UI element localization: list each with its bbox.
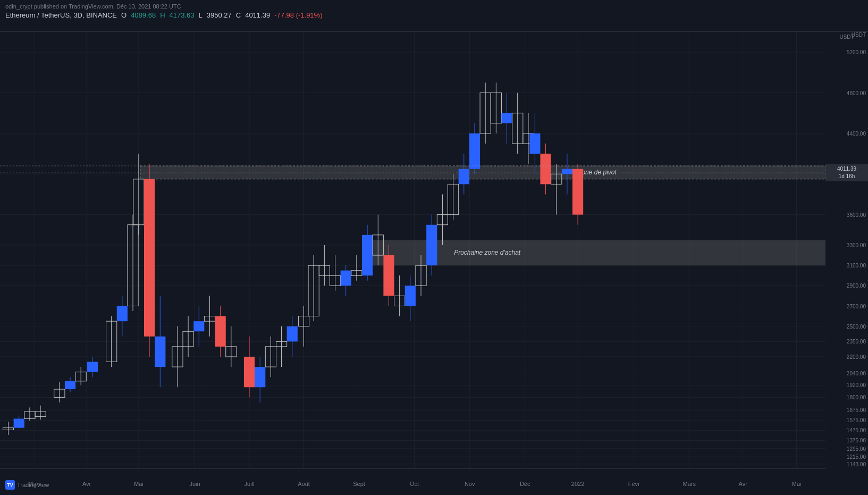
- tradingview-icon: TV: [5, 480, 15, 490]
- time-label-mai: Mai: [792, 481, 802, 487]
- time-label-oct: Oct: [410, 481, 419, 487]
- time-label-avr: Avr: [739, 481, 747, 487]
- time-label-juill: Juill: [245, 481, 255, 487]
- time-label-avr: Avr: [82, 481, 91, 487]
- price-label: 4400.00: [847, 130, 866, 136]
- symbol-line: Ethereum / TetherUS, 3D, BINANCE O 4089.…: [5, 11, 863, 19]
- price-label: 1575.00: [847, 417, 866, 423]
- change-value: -77.98 (-1.91%): [274, 11, 322, 19]
- low-value: 3950.27: [207, 11, 232, 19]
- price-label: 3600.00: [847, 212, 866, 217]
- low-label: L: [199, 11, 203, 19]
- price-label: 2900.00: [847, 283, 866, 289]
- price-label: 2040.00: [847, 370, 866, 376]
- open-label: O: [121, 11, 127, 19]
- price-label: 1215.00: [847, 454, 866, 460]
- tradingview-text: TradingView: [17, 482, 49, 488]
- price-label: 2350.00: [847, 339, 866, 345]
- price-label: 2500.00: [847, 323, 866, 329]
- currency-label: USDT: [825, 32, 868, 40]
- current-price-time: 1d 16h: [828, 173, 866, 180]
- price-label: 1295.00: [847, 446, 866, 451]
- price-label: 2200.00: [847, 354, 866, 359]
- price-label: 2700.00: [847, 303, 866, 309]
- price-label: 1475.00: [847, 427, 866, 433]
- price-label: 4800.00: [847, 90, 866, 96]
- chart-area: [0, 32, 825, 468]
- price-label: 3100.00: [847, 263, 866, 269]
- time-label-mai: Mai: [134, 481, 144, 487]
- price-label: 3300.00: [847, 242, 866, 248]
- time-label-mars: Mars: [683, 481, 696, 487]
- publisher-line: odin_crypt published on TradingView.com,…: [5, 3, 863, 10]
- time-label-févr: Févr: [628, 481, 640, 487]
- price-label: 1675.00: [847, 407, 866, 413]
- price-label: 1800.00: [847, 395, 866, 400]
- chart-container: odin_crypt published on TradingView.com,…: [0, 0, 868, 495]
- tradingview-logo: TV TradingView: [5, 480, 49, 490]
- high-label: H: [160, 11, 165, 19]
- time-label-2022: 2022: [571, 481, 584, 487]
- current-price-value: 4011.39: [828, 165, 866, 173]
- close-label: C: [236, 11, 241, 19]
- price-label: 5200.00: [847, 49, 866, 55]
- time-label-juin: Juin: [189, 481, 200, 487]
- close-value: 4011.39: [245, 11, 270, 19]
- time-label-sept: Sept: [353, 481, 365, 487]
- price-label: 1143.00: [847, 461, 866, 467]
- time-label-nov: Nov: [465, 481, 475, 487]
- current-price-badge: 4011.39 1d 16h: [825, 164, 868, 181]
- time-label-août: Août: [298, 481, 310, 487]
- open-value: 4089.68: [131, 11, 156, 19]
- price-label: 1375.00: [847, 438, 866, 443]
- symbol-name: Ethereum / TetherUS, 3D, BINANCE: [5, 11, 117, 19]
- high-value: 4173.63: [170, 11, 195, 19]
- time-axis: MarsAvrMaiJuinJuillAoûtSeptOctNovDéc2022…: [0, 468, 825, 495]
- top-bar: odin_crypt published on TradingView.com,…: [0, 0, 868, 32]
- time-label-déc: Déc: [520, 481, 530, 487]
- price-label: 1920.00: [847, 382, 866, 388]
